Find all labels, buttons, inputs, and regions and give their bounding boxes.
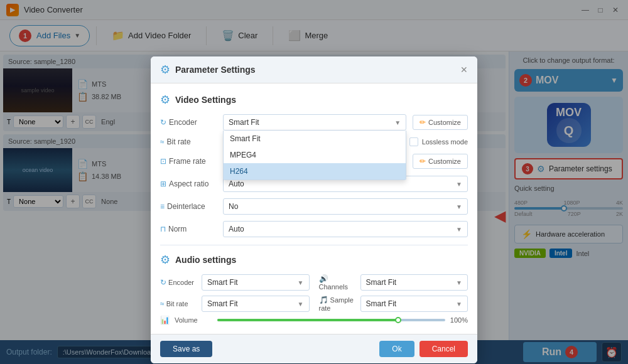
encoder-dropdown-icon: ▼ — [394, 119, 401, 126]
frame-rate-customize-button[interactable]: ✏ Customize — [413, 154, 468, 169]
modal-footer: Save as Ok Cancel — [151, 334, 477, 363]
parameter-settings-modal: ⚙ Parameter Settings ✕ ⚙ Video Settings … — [151, 56, 477, 363]
audio-channels-control: Smart Fit ▼ — [360, 274, 468, 291]
encoder-customize-button[interactable]: ✏ Customize — [413, 115, 468, 130]
footer-left: Save as — [160, 341, 212, 357]
encoder-row: ↻ Encoder Smart Fit ▼ Smart Fit MPEG4 H2… — [160, 114, 468, 131]
volume-percentage: 100% — [450, 316, 468, 324]
modal-close-button[interactable]: ✕ — [460, 65, 468, 75]
audio-channels-label: 🔊 Channels — [319, 274, 357, 291]
audio-encoder-icon: ↻ — [160, 278, 166, 287]
norm-row: ⊓ Norm Auto ▼ — [160, 221, 468, 237]
lossless-checkbox[interactable] — [409, 137, 418, 146]
audio-settings-section: ⚙ Audio settings ↻ Encoder Smart Fit ▼ — [160, 253, 468, 324]
audio-encoder-label: ↻ Encoder — [160, 278, 198, 287]
audio-settings-title: Audio settings — [175, 255, 236, 265]
deinterlace-icon: ≡ — [160, 202, 165, 211]
audio-channels-select[interactable]: Smart Fit ▼ — [360, 274, 468, 291]
ok-button[interactable]: Ok — [379, 341, 414, 357]
audio-bitrate-select[interactable]: Smart Fit ▼ — [202, 296, 310, 312]
encoder-dropdown-open: Smart Fit MPEG4 H264 — [223, 131, 406, 180]
audio-sample-icon: 🎵 — [319, 296, 328, 304]
norm-select[interactable]: Auto ▼ — [223, 221, 468, 237]
deinterlace-dropdown-icon: ▼ — [456, 203, 462, 210]
aspect-ratio-label: ⊞ Aspect ratio — [160, 179, 217, 188]
encoder-icon: ↻ — [160, 118, 166, 127]
modal-header: ⚙ Parameter Settings ✕ — [151, 56, 477, 83]
encoder-option-h264[interactable]: H264 — [224, 163, 406, 179]
bitrate-icon: ≈ — [160, 137, 165, 146]
audio-sample-select[interactable]: Smart Fit ▼ — [360, 296, 468, 312]
save-as-button[interactable]: Save as — [160, 341, 212, 357]
lossless-checkbox-row: Lossless mode — [409, 137, 468, 146]
audio-channels-icon: 🔊 — [319, 274, 328, 283]
encoder-option-mpeg4[interactable]: MPEG4 — [224, 147, 406, 163]
modal-divider — [160, 245, 468, 245]
aspect-ratio-dropdown-icon: ▼ — [456, 181, 462, 188]
volume-thumb[interactable] — [395, 317, 401, 323]
encoder-option-smart-fit[interactable]: Smart Fit — [224, 131, 406, 147]
encoder-value: Smart Fit — [229, 118, 259, 127]
encoder-select[interactable]: Smart Fit ▼ — [223, 114, 406, 131]
aspect-ratio-value: Auto — [229, 179, 244, 188]
deinterlace-row: ≡ Deinterlace No ▼ — [160, 198, 468, 215]
customize-label: Customize — [428, 119, 461, 126]
audio-channels-pair: 🔊 Channels Smart Fit ▼ — [319, 274, 468, 291]
video-settings-header: ⚙ Video Settings — [160, 93, 468, 107]
audio-settings-header: ⚙ Audio settings — [160, 253, 468, 267]
footer-right: Ok Cancel — [379, 341, 468, 357]
encoder-label: ↻ Encoder — [160, 118, 217, 127]
audio-encoder-value: Smart Fit — [207, 278, 238, 287]
bitrate-label: ≈ Bit rate — [160, 137, 217, 146]
audio-bitrate-control: Smart Fit ▼ — [202, 296, 310, 312]
volume-label: Volume — [175, 316, 212, 324]
modal-body: ⚙ Video Settings ↻ Encoder Smart Fit ▼ S… — [151, 83, 477, 334]
audio-bitrate-value: Smart Fit — [207, 299, 238, 308]
frame-rate-icon: ⊡ — [160, 157, 166, 166]
encoder-control: Smart Fit ▼ Smart Fit MPEG4 H264 — [223, 114, 406, 131]
audio-settings-icon: ⚙ — [160, 253, 170, 267]
audio-encoder-pair: ↻ Encoder Smart Fit ▼ — [160, 274, 310, 291]
cancel-button[interactable]: Cancel — [420, 341, 468, 357]
deinterlace-control: No ▼ — [223, 198, 468, 215]
audio-sample-value: Smart Fit — [366, 299, 397, 308]
volume-track[interactable] — [217, 319, 445, 321]
deinterlace-label: ≡ Deinterlace — [160, 202, 217, 211]
frame-rate-label: ⊡ Frame rate — [160, 157, 217, 166]
volume-icon: 📊 — [160, 316, 170, 324]
audio-form-grid: ↻ Encoder Smart Fit ▼ 🔊 — [160, 274, 468, 312]
audio-bitrate-icon: ≈ — [160, 299, 165, 308]
deinterlace-value: No — [229, 202, 238, 211]
norm-dropdown-icon: ▼ — [456, 226, 462, 233]
frame-rate-customize-icon: ✏ — [420, 157, 426, 166]
norm-label: ⊓ Norm — [160, 225, 217, 233]
frame-rate-customize-label: Customize — [428, 158, 461, 165]
video-settings-icon: ⚙ — [160, 93, 170, 107]
modal-overlay: ⚙ Parameter Settings ✕ ⚙ Video Settings … — [0, 0, 628, 364]
audio-sample-control: Smart Fit ▼ — [360, 296, 468, 312]
modal-header-icon: ⚙ — [160, 63, 170, 77]
audio-encoder-control: Smart Fit ▼ — [202, 274, 310, 291]
audio-bitrate-pair: ≈ Bit rate Smart Fit ▼ — [160, 296, 310, 312]
volume-row: 📊 Volume 100% — [160, 316, 468, 324]
customize-icon: ✏ — [420, 118, 426, 127]
audio-channels-value: Smart Fit — [366, 278, 397, 287]
audio-encoder-select[interactable]: Smart Fit ▼ — [202, 274, 310, 291]
norm-value: Auto — [229, 225, 244, 233]
audio-sample-pair: 🎵 Sample rate Smart Fit ▼ — [319, 296, 468, 312]
modal-title: Parameter Settings — [175, 65, 455, 75]
audio-sample-label: 🎵 Sample rate — [319, 296, 357, 312]
norm-icon: ⊓ — [160, 225, 166, 233]
deinterlace-select[interactable]: No ▼ — [223, 198, 468, 215]
lossless-label: Lossless mode — [422, 138, 468, 146]
aspect-ratio-icon: ⊞ — [160, 179, 166, 188]
audio-bitrate-label: ≈ Bit rate — [160, 299, 198, 308]
video-settings-title: Video Settings — [175, 95, 236, 105]
norm-control: Auto ▼ — [223, 221, 468, 237]
volume-fill — [217, 319, 399, 321]
